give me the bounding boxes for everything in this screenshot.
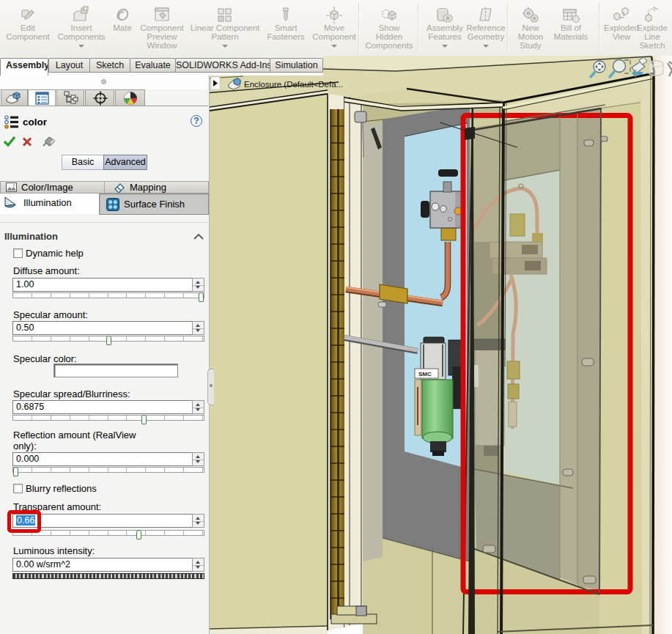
svg-text:SMC: SMC (418, 371, 432, 377)
svg-text:Enclosure (Default<Defa...: Enclosure (Default<Defa... (244, 80, 343, 89)
